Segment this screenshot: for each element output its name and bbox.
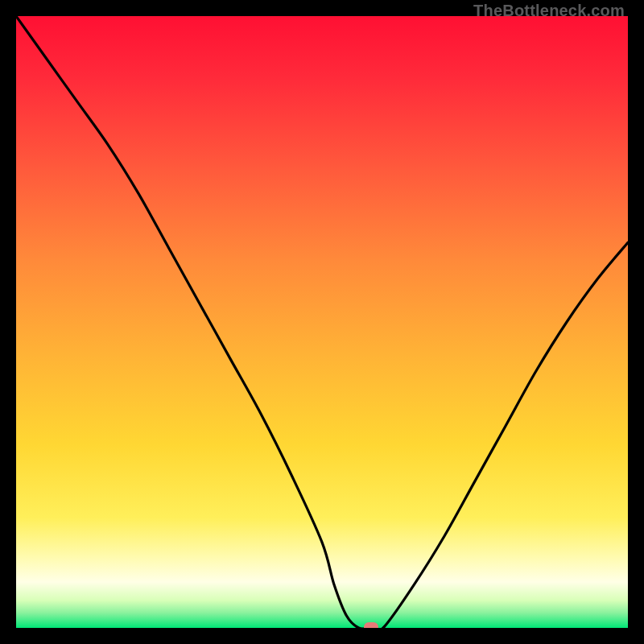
bottleneck-curve <box>16 16 628 628</box>
plot-area <box>16 16 628 628</box>
chart-frame: TheBottleneck.com <box>0 0 644 644</box>
optimal-point-marker <box>364 622 378 628</box>
watermark-label: TheBottleneck.com <box>473 2 625 20</box>
